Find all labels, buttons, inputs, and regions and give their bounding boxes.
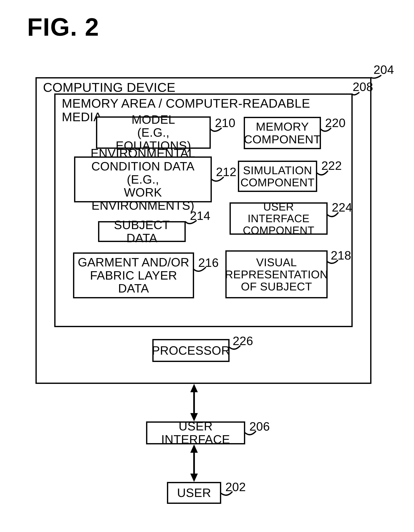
ref-226: 226	[233, 334, 253, 348]
ref-220: 220	[325, 116, 346, 130]
ref-210: 210	[215, 116, 235, 130]
ref-206: 206	[249, 419, 270, 433]
processor-box: PROCESSOR	[152, 339, 230, 362]
ref-204: 204	[374, 63, 394, 76]
ref-216: 216	[198, 256, 219, 270]
garment-label: GARMENT AND/OR FABRIC LAYER DATA	[78, 256, 189, 295]
visual-rep-box: VISUAL REPRESENTATION OF SUBJECT	[225, 250, 327, 298]
visual-rep-label: VISUAL REPRESENTATION OF SUBJECT	[225, 256, 328, 293]
diagram-stage: FIG. 2 COMPUTING DEVICE 204 MEMORY AREA …	[0, 0, 414, 532]
ref-212: 212	[216, 165, 236, 179]
memory-component-box: MEMORY COMPONENT	[244, 117, 321, 149]
computing-device-title: COMPUTING DEVICE	[43, 81, 175, 95]
user-box: USER	[167, 482, 221, 504]
figure-title: FIG. 2	[27, 12, 99, 41]
ref-208: 208	[353, 80, 373, 94]
ref-222: 222	[321, 159, 342, 172]
processor-label: PROCESSOR	[152, 344, 230, 357]
simulation-component-box: SIMULATION COMPONENT	[238, 161, 317, 192]
env-cond-box: ENVIRONMENTAL CONDITION DATA (E.G., WORK…	[74, 156, 212, 202]
ref-224: 224	[332, 200, 352, 214]
subject-data-box: SUBJECT DATA	[98, 221, 186, 242]
env-cond-label: ENVIRONMENTAL CONDITION DATA (E.G., WORK…	[77, 147, 208, 212]
subject-data-label: SUBJECT DATA	[101, 218, 182, 245]
user-label: USER	[177, 486, 211, 499]
user-interface-label: USER INTERFACE	[149, 420, 242, 446]
simulation-component-label: SIMULATION COMPONENT	[241, 164, 315, 189]
ui-component-box: USER INTERFACE COMPONENT	[230, 202, 327, 235]
memory-component-label: MEMORY COMPONENT	[244, 120, 321, 146]
ui-component-label: USER INTERFACE COMPONENT	[233, 201, 324, 236]
model-box: MODEL (E.G., EQUATIONS)	[96, 116, 211, 149]
ref-218: 218	[331, 248, 351, 262]
user-interface-box: USER INTERFACE	[146, 421, 245, 444]
svg-marker-1	[190, 384, 198, 392]
svg-marker-5	[190, 474, 198, 482]
ref-214: 214	[190, 209, 210, 223]
garment-box: GARMENT AND/OR FABRIC LAYER DATA	[73, 252, 194, 298]
ref-202: 202	[225, 480, 246, 494]
